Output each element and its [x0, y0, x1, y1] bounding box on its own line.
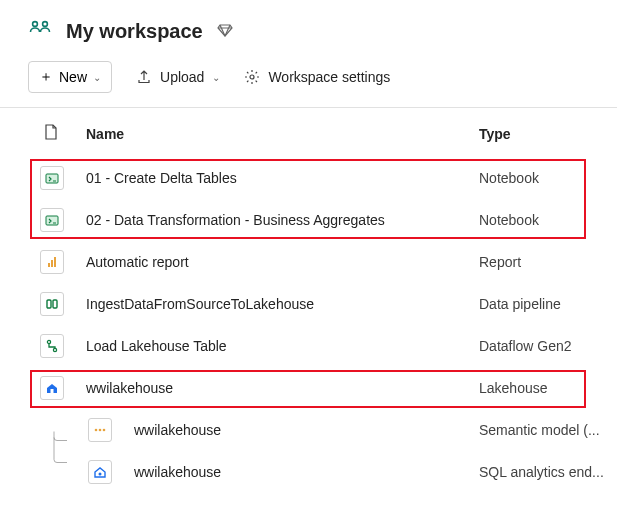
- new-button[interactable]: ＋ New ⌄: [28, 61, 112, 93]
- gear-icon: [244, 69, 260, 85]
- table-header: Name Type: [0, 108, 617, 157]
- item-type: Dataflow Gen2: [479, 338, 617, 354]
- item-name: 01 - Create Delta Tables: [64, 170, 479, 186]
- item-type: Report: [479, 254, 617, 270]
- item-name: 02 - Data Transformation - Business Aggr…: [64, 212, 479, 228]
- upload-icon: [136, 69, 152, 85]
- notebook-icon: [40, 166, 64, 190]
- table-row[interactable]: 02 - Data Transformation - Business Aggr…: [0, 199, 617, 241]
- item-name: IngestDataFromSourceToLakehouse: [64, 296, 479, 312]
- svg-point-13: [95, 429, 98, 432]
- notebook-icon: [40, 208, 64, 232]
- svg-rect-7: [54, 257, 56, 267]
- items-table: Name Type 01 - Create Delta Tables Noteb…: [0, 108, 617, 493]
- svg-rect-8: [47, 300, 51, 308]
- settings-label: Workspace settings: [268, 69, 390, 85]
- dataflow-icon: [40, 334, 64, 358]
- svg-rect-9: [53, 300, 57, 308]
- workspace-icon: [28, 18, 52, 45]
- item-name: wwilakehouse: [112, 422, 479, 438]
- table-row[interactable]: IngestDataFromSourceToLakehouse Data pip…: [0, 283, 617, 325]
- pipeline-icon: [40, 292, 64, 316]
- svg-point-11: [53, 348, 56, 351]
- svg-point-16: [99, 473, 102, 476]
- workspace-title: My workspace: [66, 20, 203, 43]
- chevron-down-icon: ⌄: [212, 72, 220, 83]
- workspace-header: My workspace: [0, 0, 617, 53]
- sql-endpoint-icon: [88, 460, 112, 484]
- svg-rect-12: [51, 389, 54, 393]
- table-row[interactable]: Automatic report Report: [0, 241, 617, 283]
- upload-button[interactable]: Upload ⌄: [136, 65, 220, 89]
- svg-point-14: [99, 429, 102, 432]
- svg-point-10: [47, 340, 50, 343]
- column-header-icon: [0, 124, 86, 143]
- lakehouse-icon: [40, 376, 64, 400]
- item-type: Notebook: [479, 212, 617, 228]
- report-icon: [40, 250, 64, 274]
- table-row[interactable]: Load Lakehouse Table Dataflow Gen2: [0, 325, 617, 367]
- item-type: SQL analytics end...: [479, 464, 617, 480]
- item-type: Data pipeline: [479, 296, 617, 312]
- plus-icon: ＋: [39, 68, 53, 86]
- svg-rect-5: [48, 263, 50, 267]
- item-name: Automatic report: [64, 254, 479, 270]
- item-name: Load Lakehouse Table: [64, 338, 479, 354]
- table-row[interactable]: wwilakehouse Semantic model (...: [0, 409, 617, 451]
- workspace-toolbar: ＋ New ⌄ Upload ⌄ Workspace settings: [0, 53, 617, 108]
- svg-rect-3: [46, 174, 58, 183]
- svg-point-0: [33, 22, 38, 27]
- svg-point-2: [250, 75, 254, 79]
- svg-point-15: [103, 429, 106, 432]
- upload-label: Upload: [160, 69, 204, 85]
- item-name: wwilakehouse: [64, 380, 479, 396]
- table-row[interactable]: wwilakehouse SQL analytics end...: [0, 451, 617, 493]
- column-header-name[interactable]: Name: [86, 126, 479, 142]
- column-header-type[interactable]: Type: [479, 126, 617, 142]
- item-type: Lakehouse: [479, 380, 617, 396]
- svg-rect-4: [46, 216, 58, 225]
- workspace-settings-button[interactable]: Workspace settings: [244, 65, 390, 89]
- item-name: wwilakehouse: [112, 464, 479, 480]
- chevron-down-icon: ⌄: [93, 72, 101, 83]
- table-row[interactable]: wwilakehouse Lakehouse: [0, 367, 617, 409]
- item-type: Semantic model (...: [479, 422, 617, 438]
- new-button-label: New: [59, 69, 87, 85]
- svg-rect-6: [51, 260, 53, 267]
- svg-point-1: [43, 22, 48, 27]
- premium-diamond-icon: [217, 22, 233, 41]
- document-icon: [44, 124, 58, 143]
- table-row[interactable]: 01 - Create Delta Tables Notebook: [0, 157, 617, 199]
- item-type: Notebook: [479, 170, 617, 186]
- semantic-model-icon: [88, 418, 112, 442]
